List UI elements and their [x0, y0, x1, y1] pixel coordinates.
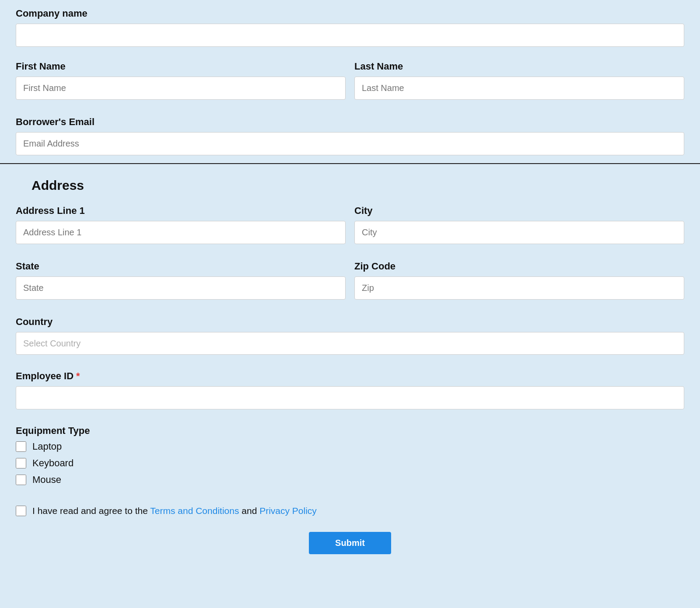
state-input[interactable]: [16, 276, 346, 300]
zip-group: Zip Code: [354, 261, 684, 300]
email-label: Borrower's Email: [16, 116, 684, 128]
country-label: Country: [16, 316, 684, 328]
city-label: City: [354, 205, 684, 217]
equipment-type-section: Equipment Type Laptop Keyboard Mouse: [0, 417, 700, 493]
company-name-input[interactable]: [16, 24, 684, 47]
address-line1-label: Address Line 1: [16, 205, 346, 217]
address-row2: State Zip Code: [0, 253, 700, 308]
first-name-label: First Name: [16, 61, 346, 72]
equipment-type-label: Equipment Type: [16, 425, 684, 437]
last-name-group: Last Name: [354, 61, 684, 100]
employee-id-input[interactable]: [16, 386, 684, 409]
state-label: State: [16, 261, 346, 272]
first-name-input[interactable]: [16, 77, 346, 100]
country-section: Country Select Country United States Uni…: [0, 308, 700, 363]
equipment-mouse-label: Mouse: [32, 474, 61, 486]
equipment-mouse-item[interactable]: Mouse: [16, 474, 684, 486]
email-input[interactable]: [16, 132, 684, 155]
zip-input[interactable]: [354, 276, 684, 300]
company-name-section: Company name: [0, 0, 700, 55]
address-section-header: Address: [0, 163, 700, 197]
address-line1-group: Address Line 1: [16, 205, 346, 244]
zip-label: Zip Code: [354, 261, 684, 272]
employee-id-label: Employee ID*: [16, 370, 684, 382]
employee-id-required: *: [76, 370, 80, 381]
equipment-laptop-checkbox[interactable]: [16, 441, 26, 452]
employee-id-section: Employee ID*: [0, 363, 700, 417]
last-name-label: Last Name: [354, 61, 684, 72]
terms-text: I have read and agree to the Terms and C…: [32, 506, 317, 516]
submit-button[interactable]: Submit: [309, 532, 391, 554]
city-input[interactable]: [354, 221, 684, 244]
terms-before-text: I have read and agree to the: [32, 506, 150, 516]
email-section: Borrower's Email: [0, 108, 700, 163]
terms-middle-text: and: [239, 506, 259, 516]
country-select[interactable]: Select Country United States United King…: [16, 332, 684, 355]
first-name-group: First Name: [16, 61, 346, 100]
equipment-keyboard-item[interactable]: Keyboard: [16, 458, 684, 469]
equipment-laptop-label: Laptop: [32, 441, 62, 452]
city-group: City: [354, 205, 684, 244]
company-name-label: Company name: [16, 8, 684, 19]
terms-link[interactable]: Terms and Conditions: [150, 506, 239, 516]
equipment-laptop-item[interactable]: Laptop: [16, 441, 684, 452]
equipment-checkbox-group: Laptop Keyboard Mouse: [16, 441, 684, 486]
last-name-input[interactable]: [354, 77, 684, 100]
equipment-keyboard-label: Keyboard: [32, 458, 74, 469]
form-container: Company name First Name Last Name Borrow…: [0, 0, 700, 608]
submit-section: Submit: [0, 524, 700, 567]
terms-checkbox[interactable]: [16, 506, 26, 516]
equipment-keyboard-checkbox[interactable]: [16, 458, 26, 468]
address-row1: Address Line 1 City: [0, 197, 700, 253]
state-group: State: [16, 261, 346, 300]
name-row: First Name Last Name: [0, 55, 700, 108]
address-section-title: Address: [16, 170, 684, 196]
privacy-link[interactable]: Privacy Policy: [259, 506, 317, 516]
address-line1-input[interactable]: [16, 221, 346, 244]
terms-section: I have read and agree to the Terms and C…: [0, 493, 700, 524]
equipment-mouse-checkbox[interactable]: [16, 475, 26, 485]
